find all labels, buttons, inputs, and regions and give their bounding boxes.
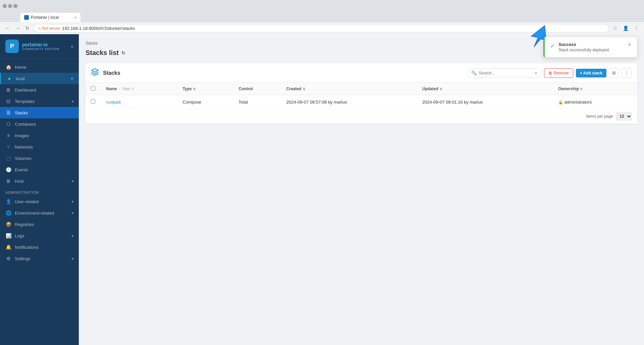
chevron-down-icon: ▾ (72, 257, 73, 261)
trash-icon: 🗑 (548, 71, 552, 75)
type-column-header: Type (182, 87, 192, 91)
sidebar-item-host[interactable]: 🖥 Host ▾ (0, 175, 79, 187)
refresh-icon[interactable]: ↻ (121, 50, 125, 56)
bookmark-button[interactable]: ☆ (612, 24, 619, 32)
chevron-down-icon: ▾ (72, 211, 73, 215)
sort-icon[interactable]: ⇅ (303, 87, 305, 91)
stacks-panel: Stacks 🔍 ✕ 🗑 Remove + Add stack ⊞ (86, 63, 637, 124)
sidebar-item-images[interactable]: ≡ Images (0, 130, 79, 141)
profile-button[interactable]: 👤 (622, 24, 630, 32)
sidebar-item-containers[interactable]: ⬡ Containers (0, 118, 79, 130)
search-box[interactable]: 🔍 ✕ (468, 68, 541, 77)
sidebar-item-templates[interactable]: ⊡ Templates ▾ (0, 96, 79, 107)
home-icon: 🏠 (5, 64, 11, 70)
stack-control: Total (233, 95, 281, 109)
sidebar-item-notifications[interactable]: 🔔 Notifications (0, 241, 79, 253)
row-checkbox[interactable] (91, 99, 95, 104)
volumes-icon: ⬚ (5, 156, 11, 161)
notification-close-button[interactable]: ✕ (628, 42, 632, 47)
sort-icon[interactable]: ↓ (118, 87, 120, 91)
sidebar-item-label: Events (15, 167, 73, 172)
minimize-button[interactable]: − (3, 4, 7, 8)
sidebar-item-home[interactable]: 🏠 Home (0, 61, 79, 73)
more-options-button[interactable]: ⋮ (622, 68, 632, 78)
sort-icon[interactable]: ⇅ (439, 87, 442, 91)
sidebar-item-label: Volumes (15, 156, 73, 161)
sidebar-item-settings[interactable]: ⚙ Settings ▾ (0, 253, 79, 264)
sidebar-item-dashboard[interactable]: ⊞ Dashboard (0, 84, 79, 96)
tab-close-button[interactable]: × (74, 15, 76, 19)
select-all-checkbox[interactable] (91, 86, 95, 91)
sidebar-item-registries[interactable]: 📦 Registries (0, 219, 79, 230)
maximize-button[interactable]: □ (8, 4, 12, 8)
logo-sub: COMMUNITY EDITION (22, 47, 59, 51)
logs-icon: 📊 (5, 233, 11, 238)
url-text: 192.168.1.18:9000/#!/2/docker/stacks (62, 26, 135, 31)
notification-content: Success Stack successfully deployed (558, 42, 624, 52)
panel-header: Stacks 🔍 ✕ 🗑 Remove + Add stack ⊞ (86, 63, 637, 83)
filter-button[interactable]: Filter ▽ (121, 87, 136, 91)
chevron-down-icon: ▾ (72, 100, 73, 103)
items-per-page-label: Items per page (586, 114, 613, 119)
close-button[interactable]: × (13, 4, 17, 8)
tab-favicon (24, 15, 29, 20)
sidebar-item-user-related[interactable]: 👤 User-related ▾ (0, 196, 79, 207)
logo-icon: P (5, 40, 19, 53)
sidebar-item-label: Templates (15, 99, 68, 104)
registries-icon: 📦 (5, 222, 11, 227)
search-clear-icon[interactable]: ✕ (534, 71, 538, 75)
sidebar-env-label: local (16, 76, 67, 81)
browser-chrome: − □ × (0, 0, 644, 12)
forward-button[interactable]: → (14, 24, 21, 32)
address-input[interactable]: ⚠ Not secure 192.168.1.18:9000/#!/2/dock… (34, 24, 609, 33)
refresh-button[interactable]: ↻ (24, 24, 31, 32)
add-stack-button[interactable]: + Add stack (576, 69, 606, 77)
lock-icon: 🔒 (558, 100, 563, 105)
sidebar-item-volumes[interactable]: ⬚ Volumes (0, 153, 79, 164)
sidebar-item-logs[interactable]: 📊 Logs ▾ (0, 230, 79, 241)
sidebar-item-label: Host (15, 179, 68, 184)
items-per-page-select[interactable]: 10 25 50 (616, 112, 632, 120)
admin-section-label: Administration (0, 187, 79, 196)
sidebar-item-events[interactable]: 🕐 Events (0, 164, 79, 175)
window-controls: − □ × (3, 4, 17, 8)
sidebar-item-label: User-related (15, 199, 68, 204)
environment-icon: ● (6, 76, 12, 81)
success-icon: ✓ (550, 42, 555, 50)
tab-bar: Portainer | local × (0, 12, 644, 22)
remove-button[interactable]: 🗑 Remove (544, 68, 573, 78)
main-content: Stacks Stacks list ↻ Stacks 🔍 ✕ (79, 34, 644, 345)
chevron-down-icon: ▾ (72, 179, 73, 183)
stack-name-link[interactable]: rustpad (106, 100, 120, 105)
sort-icon[interactable]: ⇅ (580, 87, 583, 91)
created-column-header: Created (286, 87, 302, 91)
panel-title: Stacks (103, 70, 120, 76)
pagination-controls: Items per page 10 25 50 (86, 109, 637, 124)
events-icon: 🕐 (5, 167, 11, 172)
sidebar: P portainer.io COMMUNITY EDITION « 🏠 Hom… (0, 34, 79, 345)
chevron-down-icon: ▾ (72, 234, 73, 238)
sidebar-item-networks[interactable]: ⑂ Networks (0, 141, 79, 153)
env-close-icon[interactable]: ✕ (70, 76, 73, 81)
notification-message: Stack successfully deployed (558, 48, 624, 52)
sidebar-collapse-button[interactable]: « (71, 44, 73, 49)
table-row: rustpad Compose Total 2024-09-07 08:57:0… (86, 95, 637, 109)
stacks-icon: ☰ (5, 110, 11, 115)
back-button[interactable]: ← (4, 24, 11, 32)
search-input[interactable] (479, 71, 532, 75)
active-tab[interactable]: Portainer | local × (20, 13, 80, 22)
sidebar-item-local[interactable]: ● local ✕ (0, 73, 79, 84)
sidebar-item-label: Containers (15, 122, 73, 127)
dashboard-icon: ⊞ (5, 87, 11, 93)
menu-button[interactable]: ⋮ (633, 24, 640, 32)
control-column-header: Control (238, 87, 253, 91)
panel-actions: 🔍 ✕ 🗑 Remove + Add stack ⊞ ⋮ (468, 68, 632, 78)
sidebar-item-label: Notifications (15, 245, 73, 250)
sidebar-item-environment-related[interactable]: 🌐 Environment-related ▾ (0, 207, 79, 219)
sidebar-logo: P portainer.io COMMUNITY EDITION « (0, 34, 79, 59)
sort-icon[interactable]: ⇅ (193, 87, 196, 91)
view-toggle-button[interactable]: ⊞ (609, 68, 619, 78)
stack-updated: 2024-09-07 09:01:16 by marius (417, 95, 553, 109)
sidebar-item-stacks[interactable]: ☰ Stacks (0, 107, 79, 118)
ownership-column-header: Ownership (558, 87, 579, 91)
